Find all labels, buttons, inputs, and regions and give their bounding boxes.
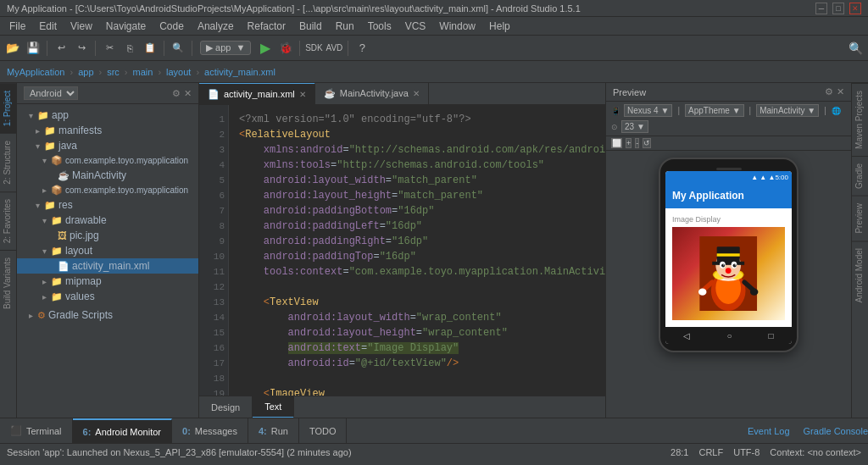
redo-button[interactable]: ↪ — [72, 39, 91, 58]
gradle-console-button[interactable]: Gradle Console — [804, 426, 868, 436]
preview-sep-3: | — [824, 106, 826, 115]
nav-activity-main[interactable]: activity_main.xml — [204, 67, 275, 77]
preview-theme-selector[interactable]: AppTheme ▼ — [685, 104, 744, 117]
status-right-buttons: Event Log Gradle Console — [748, 426, 868, 436]
zoom-reset-button[interactable]: ↺ — [643, 138, 651, 148]
preview-activity-selector[interactable]: MainActivity ▼ — [756, 104, 819, 117]
zoom-out-button[interactable]: - — [635, 138, 639, 148]
run-config-selector[interactable]: ▶ app ▼ — [200, 41, 251, 55]
avd-manager-button[interactable]: AVD — [325, 39, 343, 58]
menu-item-help[interactable]: Help — [483, 17, 516, 36]
toolbar-separator-3 — [164, 41, 164, 56]
menu-item-file[interactable]: File — [3, 17, 31, 36]
sidebar-close-icon[interactable]: ✕ — [184, 88, 192, 99]
menu-item-refactor[interactable]: Refactor — [242, 17, 292, 36]
zoom-in-button[interactable]: + — [626, 138, 632, 148]
close-button[interactable]: ✕ — [849, 3, 861, 14]
menu-item-code[interactable]: Code — [153, 17, 190, 36]
nav-myapplication[interactable]: MyApplication — [7, 67, 64, 77]
window-controls: ─ □ ✕ — [815, 3, 861, 14]
tree-item-gradle-scripts[interactable]: ▸ ⚙ Gradle Scripts — [17, 307, 198, 323]
help-button[interactable]: ? — [353, 39, 371, 58]
svg-point-16 — [726, 268, 732, 274]
run-button[interactable]: ▶ — [256, 39, 275, 58]
tree-item-mipmap[interactable]: ▸ 📁 mipmap — [17, 274, 198, 289]
minimize-button[interactable]: ─ — [815, 3, 827, 14]
todo-tab[interactable]: TODO — [299, 418, 348, 444]
code-content[interactable]: <?xml version="1.0" encoding="utf-8"?> <… — [229, 105, 605, 396]
nav-main[interactable]: main — [133, 67, 153, 77]
right-tab-maven[interactable]: Maven Projects — [852, 83, 868, 156]
design-tab[interactable]: Design — [199, 396, 253, 418]
search-button[interactable]: 🔍 — [169, 39, 187, 58]
menu-item-tools[interactable]: Tools — [362, 17, 398, 36]
nav-res[interactable]: layout — [166, 67, 191, 77]
nav-src[interactable]: src — [107, 67, 120, 77]
paste-button[interactable]: 📋 — [141, 39, 159, 58]
left-tab-structure[interactable]: 2: Structure — [0, 133, 16, 191]
sdk-manager-button[interactable]: SDK — [304, 39, 323, 58]
phone-image-display-label: Image Display — [672, 215, 785, 224]
preview-device-selector[interactable]: Nexus 4 ▼ — [624, 104, 672, 117]
tree-item-manifests[interactable]: ▸ 📁 manifests — [17, 123, 198, 138]
phone-nav-bar: ◁ ○ □ — [665, 327, 792, 344]
left-tab-build-variants[interactable]: Build Variants — [0, 250, 16, 316]
menu-item-view[interactable]: View — [64, 17, 98, 36]
debug-button[interactable]: 🐞 — [276, 39, 295, 58]
zoom-fit-button[interactable]: ⬜ — [611, 138, 622, 148]
project-sidebar: Android Project ⚙ ✕ ▾ 📁 app ▸ 📁 manifest… — [17, 83, 199, 418]
tab-close-activity-main[interactable]: ✕ — [299, 90, 306, 99]
preview-close-icon[interactable]: ✕ — [837, 86, 844, 97]
tree-item-app[interactable]: ▾ 📁 app — [17, 108, 198, 123]
copy-button[interactable]: ⎘ — [120, 39, 139, 58]
menu-item-window[interactable]: Window — [433, 17, 481, 36]
svg-point-15 — [735, 264, 736, 265]
undo-button[interactable]: ↩ — [52, 39, 70, 58]
tree-item-mainactivity[interactable]: ☕ MainActivity — [17, 168, 198, 183]
tree-item-layout[interactable]: ▾ 📁 layout — [17, 243, 198, 258]
toolbar-btn-2[interactable]: 💾 — [24, 39, 42, 58]
tab-activity-main[interactable]: 📄 activity_main.xml ✕ — [199, 83, 315, 104]
bottom-tool-bar: ⬛ Terminal 6: Android Monitor 0: Message… — [0, 418, 868, 443]
nav-app[interactable]: app — [78, 67, 93, 77]
menu-item-build[interactable]: Build — [293, 17, 328, 36]
search-everywhere[interactable]: 🔍 — [846, 39, 865, 58]
tab-mainactivity-java[interactable]: ☕ MainActivity.java ✕ — [315, 83, 429, 104]
preview-title: Preview — [613, 87, 646, 97]
sidebar-settings-icon[interactable]: ⚙ — [172, 88, 181, 99]
tree-item-values[interactable]: ▸ 📁 values — [17, 289, 198, 304]
tree-item-drawable[interactable]: ▾ 📁 drawable — [17, 213, 198, 228]
menu-item-run[interactable]: Run — [330, 17, 360, 36]
event-log-button[interactable]: Event Log — [748, 426, 790, 436]
preview-api-selector[interactable]: 23 ▼ — [621, 120, 648, 133]
right-tab-preview[interactable]: Preview — [852, 196, 868, 241]
tree-item-activity-main[interactable]: 📄 activity_main.xml — [17, 258, 198, 274]
preview-content: ▲ ▲ ▲ 5:00 My Application Image Display — [606, 151, 851, 418]
toolbar-btn-1[interactable]: 📂 — [3, 39, 22, 58]
cut-button[interactable]: ✂ — [100, 39, 119, 58]
menu-item-navigate[interactable]: Navigate — [100, 17, 152, 36]
left-tab-project[interactable]: 1: Project — [0, 83, 16, 133]
left-tab-favorites[interactable]: 2: Favorites — [0, 191, 16, 250]
android-monitor-tab[interactable]: 6: Android Monitor — [73, 418, 172, 444]
sidebar-view-selector[interactable]: Android Project — [24, 86, 78, 100]
tree-item-pic[interactable]: 🖼 pic.jpg — [17, 228, 198, 243]
right-tab-android-model[interactable]: Android Model — [852, 241, 868, 309]
terminal-tab[interactable]: ⬛ Terminal — [0, 418, 73, 444]
preview-settings-icon[interactable]: ⚙ — [825, 86, 833, 97]
run-tab[interactable]: 4: Run — [248, 418, 299, 444]
menu-item-edit[interactable]: Edit — [33, 17, 63, 36]
tree-item-java[interactable]: ▾ 📁 java — [17, 138, 198, 153]
preview-panel: Preview ⚙ ✕ 📱 Nexus 4 ▼ | AppTheme ▼ | M… — [605, 83, 851, 418]
code-editor[interactable]: 12345 678910 1112131415 1617181920 21222… — [199, 105, 605, 396]
tree-item-pkg1[interactable]: ▾ 📦 com.example.toyo.myapplication — [17, 153, 198, 168]
tab-close-mainactivity[interactable]: ✕ — [413, 89, 420, 98]
menu-item-vcs[interactable]: VCS — [399, 17, 432, 36]
maximize-button[interactable]: □ — [832, 3, 844, 14]
text-tab[interactable]: Text — [253, 396, 294, 418]
right-tab-gradle[interactable]: Gradle — [852, 156, 868, 196]
menu-item-analyze[interactable]: Analyze — [192, 17, 240, 36]
tree-item-res[interactable]: ▾ 📁 res — [17, 197, 198, 213]
messages-tab[interactable]: 0: Messages — [172, 418, 248, 444]
tree-item-pkg2[interactable]: ▸ 📦 com.example.toyo.myapplication — [17, 183, 198, 197]
